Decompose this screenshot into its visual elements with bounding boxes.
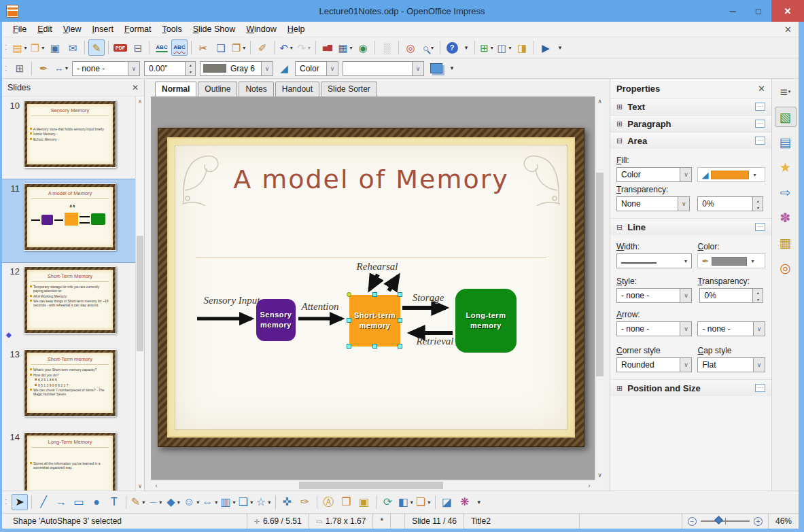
slide-thumbnail-11-selected[interactable]: 11 A model of Memory ∧∧: [2, 179, 135, 262]
menu-file[interactable]: File: [7, 23, 32, 35]
align-button[interactable]: ◧▾: [398, 494, 414, 510]
basic-shapes-tool[interactable]: ◆▾: [165, 494, 181, 510]
rectangle-tool[interactable]: ▭: [71, 494, 87, 510]
table-button[interactable]: ▦▾: [337, 39, 353, 56]
scrollbar-thumb[interactable]: [596, 173, 604, 376]
menu-insert[interactable]: Insert: [87, 23, 119, 35]
arrow-style-button[interactable]: ↔▾: [53, 60, 69, 77]
section-area[interactable]: ⊟ Area ⋯: [610, 132, 771, 149]
connector-tool[interactable]: ∙─∙▾: [147, 494, 164, 510]
dropdown-button[interactable]: ∨: [680, 289, 691, 302]
label-storage[interactable]: Storage: [406, 292, 450, 304]
document-close-button[interactable]: ✕: [784, 24, 792, 35]
minimize-button[interactable]: ─: [720, 0, 746, 22]
area-style-button[interactable]: ◢: [276, 60, 292, 77]
chevron-down-icon[interactable]: ▾: [753, 172, 756, 178]
transparency-stepper[interactable]: 0% ▴▾: [697, 196, 763, 211]
spin-down-button[interactable]: ▾: [753, 296, 763, 302]
position-size-button[interactable]: ⊞: [12, 60, 28, 77]
chart-button[interactable]: ▅▇: [319, 39, 336, 56]
shadow-button[interactable]: [430, 63, 442, 73]
tab-normal[interactable]: Normal: [155, 82, 196, 96]
slide-thumbnail-14[interactable]: 14 Long-Term Memory Stores all the infor…: [2, 428, 135, 491]
interaction-button[interactable]: ❋: [457, 494, 473, 510]
selection-handle[interactable]: [398, 292, 402, 297]
menu-slide-show[interactable]: Slide Show: [188, 23, 241, 35]
dropdown-button[interactable]: ∨: [753, 358, 765, 372]
tab-master-pages[interactable]: ▤: [775, 132, 797, 152]
scroll-left-icon[interactable]: ‹: [151, 480, 162, 491]
autospellcheck-button[interactable]: ABC: [171, 39, 188, 56]
drawing-overflow-button[interactable]: ▾: [474, 494, 484, 510]
cap-style-select[interactable]: Flat ∨: [697, 357, 765, 372]
gallery-button[interactable]: ❒: [338, 494, 355, 510]
tab-custom-animation[interactable]: ★: [775, 157, 797, 177]
selection-handle[interactable]: [372, 292, 377, 297]
expand-icon[interactable]: ⊞: [616, 384, 623, 393]
clone-formatting-button[interactable]: ✐: [254, 39, 270, 56]
section-line[interactable]: ⊟ Line ⋯: [610, 218, 771, 235]
vertical-scrollbar[interactable]: ∧ ∨: [595, 96, 604, 480]
rotate-button[interactable]: ⟳: [380, 494, 396, 510]
spin-down-button[interactable]: ▾: [186, 69, 195, 75]
zoom-slider[interactable]: − +: [682, 514, 768, 529]
print-button[interactable]: ⊟: [130, 39, 146, 56]
scrollbar-thumb[interactable]: [299, 482, 443, 489]
collapse-icon[interactable]: ⊟: [616, 223, 623, 232]
menu-tools[interactable]: Tools: [156, 23, 187, 35]
slide-thumbnail-13[interactable]: 13 Short-Term memory What's your Short-t…: [2, 345, 135, 428]
paste-button[interactable]: ❐▾: [230, 39, 247, 56]
chevron-down-icon[interactable]: ▾: [751, 258, 754, 264]
expand-icon[interactable]: ⊞: [616, 120, 623, 128]
horizontal-scrollbar[interactable]: ‹ ›: [151, 480, 595, 491]
scroll-up-icon[interactable]: ∧: [136, 96, 144, 106]
properties-close-button[interactable]: ✕: [758, 84, 765, 94]
scroll-down-icon[interactable]: ∨: [595, 470, 604, 480]
dialog-launcher-icon[interactable]: ⋯: [755, 384, 765, 392]
scrollbar-thumb[interactable]: [137, 236, 143, 351]
zoom-out-button[interactable]: −: [688, 517, 697, 526]
dropdown-button[interactable]: ∨: [753, 322, 765, 336]
dropdown-button[interactable]: ∨: [680, 358, 691, 372]
fill-color-select[interactable]: ∨: [343, 61, 424, 76]
slide-thumbnail-10[interactable]: 10 Sensory Memory A Memory store that ho…: [2, 96, 135, 179]
label-retrieval[interactable]: Retrieval: [413, 336, 457, 347]
tab-slide-sorter[interactable]: Slide Sorter: [321, 82, 377, 96]
fontwork-button[interactable]: Ⓐ: [321, 494, 337, 510]
tab-properties[interactable]: ▧: [775, 107, 797, 127]
tab-outline[interactable]: Outline: [198, 82, 237, 96]
fill-color-picker[interactable]: ◢ ▾: [697, 167, 765, 182]
export-pdf-button[interactable]: PDF: [112, 39, 128, 56]
flowchart-tool[interactable]: ▥▾: [220, 494, 236, 510]
tab-slide-transition[interactable]: ⇨: [775, 182, 797, 202]
line-width-stepper[interactable]: 0.00" ▴▾: [144, 61, 196, 76]
transparency-type-select[interactable]: None ∨: [616, 196, 690, 211]
toolbar-grip[interactable]: ⁚⁚: [5, 66, 9, 71]
slide-layout-button[interactable]: ◫▾: [496, 39, 512, 56]
dropdown-button[interactable]: ∨: [680, 168, 691, 181]
extrusion-button[interactable]: ◪: [439, 494, 455, 510]
dropdown-button[interactable]: ∨: [326, 62, 338, 75]
zoom-button[interactable]: ○▾: [420, 39, 436, 56]
save-button[interactable]: ▣: [47, 39, 63, 56]
dropdown-button[interactable]: ∨: [412, 62, 423, 75]
dropdown-button[interactable]: ∨: [680, 322, 691, 336]
stars-tool[interactable]: ☆▾: [256, 494, 272, 510]
scroll-down-icon[interactable]: ∨: [136, 481, 144, 491]
collapse-icon[interactable]: ⊟: [616, 137, 623, 145]
spin-up-button[interactable]: ▴: [186, 62, 195, 69]
selection-handle-adjust[interactable]: [347, 292, 351, 297]
tab-gallery[interactable]: ▦: [775, 232, 797, 253]
line-style-select[interactable]: - none - ∨: [72, 61, 140, 76]
hyperlink-button[interactable]: ◉: [355, 39, 371, 56]
selection-handle[interactable]: [398, 344, 402, 349]
maximize-button[interactable]: □: [746, 0, 771, 22]
spellcheck-button[interactable]: ABC: [154, 39, 170, 56]
symbol-shapes-tool[interactable]: ☺▾: [183, 494, 200, 510]
dialog-launcher-icon[interactable]: ⋯: [755, 120, 765, 128]
menu-view[interactable]: View: [58, 23, 87, 35]
line-tool[interactable]: ╱: [35, 494, 52, 510]
spin-up-button[interactable]: ▴: [753, 197, 763, 204]
menu-window[interactable]: Window: [241, 23, 281, 35]
dropdown-button[interactable]: ∨: [261, 62, 273, 75]
